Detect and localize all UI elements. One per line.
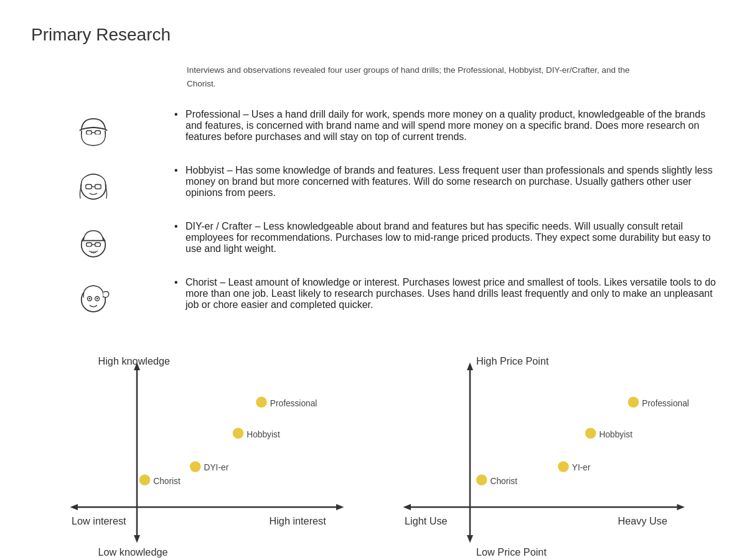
svg-rect-5 [86,185,92,189]
chart1-dot-dyi [190,461,201,472]
chart1-y-bottom-label: Low knowledge [98,546,168,558]
chart2-dot-professional [628,397,639,408]
chart2-x-right-label: Heavy Use [618,515,667,526]
professional-description-list: Professional – Uses a hand drill daily f… [174,109,716,150]
chart2-dot-chorist [476,475,487,486]
svg-marker-26 [134,535,140,543]
chart-price-use: High Price Point Low Price Point Light U… [392,352,703,526]
chart1-x-right-label: High interest [270,515,327,526]
chart1-label-dyi: DYI-er [204,463,229,472]
chart2-dot-hobbyist [585,428,596,439]
svg-marker-28 [467,363,473,371]
chart1-label-hobbyist: Hobbyist [247,430,280,439]
svg-marker-31 [403,504,411,510]
chorist-description-list: Chorist – Least amount of knowledge or i… [174,277,716,318]
hobbyist-description: Hobbyist – Has some knowledge of brands … [174,165,716,198]
chart1-label-chorist: Chorist [153,477,181,486]
chart1-y-top-label: High knowledge [98,355,171,366]
svg-point-19 [89,298,91,300]
diy-description: DIY-er / Crafter – Less knowledgeable ab… [174,221,716,254]
svg-point-20 [96,298,98,300]
user-group-chorist: Chorist – Least amount of knowledge or i… [31,277,716,320]
avatar-chorist [31,277,156,320]
chart2-x-left-label: Light Use [405,515,448,526]
svg-rect-1 [87,131,92,134]
svg-marker-25 [70,504,78,510]
chart2-label-hobbyist: Hobbyist [599,430,633,439]
chart2-label-chorist: Chorist [491,477,518,486]
diy-description-list: DIY-er / Crafter – Less knowledgeable ab… [174,221,716,262]
chart1-dot-chorist [139,475,151,486]
svg-marker-30 [677,504,685,510]
svg-rect-11 [95,243,101,246]
chart1-x-left-label: Low interest [72,515,126,526]
svg-rect-6 [95,185,101,189]
hobbyist-description-list: Hobbyist – Has some knowledge of brands … [174,165,716,206]
user-group-professional: Professional – Uses a hand drill daily f… [31,109,716,152]
user-group-hobbyist: Hobbyist – Has some knowledge of brands … [31,165,716,208]
avatar-hobbyist [31,165,156,208]
chart-knowledge-interest: High knowledge Low knowledge Low interes… [44,352,355,526]
user-groups-list: Professional – Uses a hand drill daily f… [31,109,716,320]
professional-description: Professional – Uses a hand drill daily f… [174,109,716,142]
svg-marker-24 [336,504,344,510]
chart2-label-professional: Professional [642,399,689,408]
avatar-diy [31,221,156,264]
chart2-dot-yier [558,461,569,472]
chart2-y-top-label: High Price Point [476,355,549,366]
chart2-label-yier: YI-er [572,463,591,472]
chart1-dot-professional [256,397,267,408]
chart2-y-bottom-label: Low Price Point [476,546,547,558]
intro-paragraph: Interviews and observations revealed fou… [187,63,654,90]
svg-rect-10 [87,243,92,246]
avatar-professional [31,109,156,152]
svg-marker-32 [467,535,473,543]
charts-area: High knowledge Low knowledge Low interes… [31,352,716,526]
chart1-label-professional: Professional [270,399,317,408]
page-title: Primary Research [31,25,716,45]
chorist-description: Chorist – Least amount of knowledge or i… [174,277,716,310]
chart1-dot-hobbyist [233,428,244,439]
svg-rect-2 [95,131,101,134]
user-group-diy: DIY-er / Crafter – Less knowledgeable ab… [31,221,716,264]
